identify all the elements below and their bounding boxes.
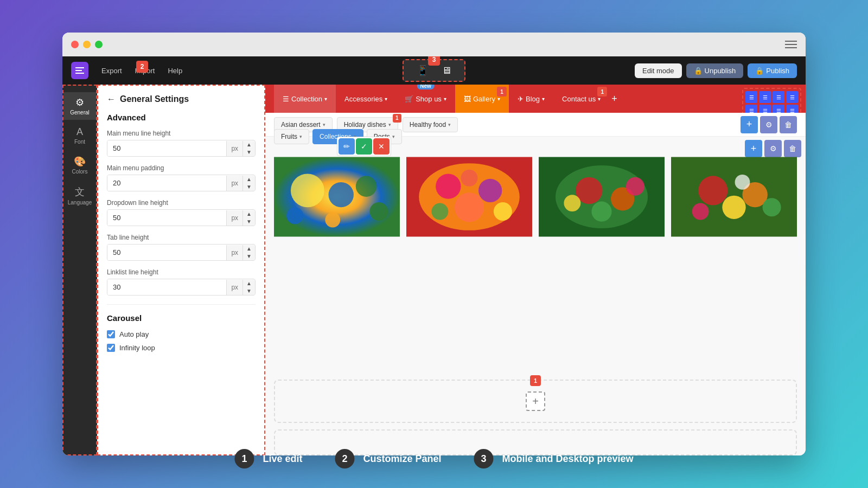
stepper-up-1[interactable]: ▲ [243, 176, 255, 183]
nav-item-blog[interactable]: ✈ Blog ▾ [509, 85, 553, 113]
stepper-down-1[interactable]: ▼ [243, 183, 255, 191]
section-num-badge: 1 [530, 375, 541, 386]
image-cell-3[interactable] [671, 145, 797, 248]
new-badge: New [417, 85, 435, 89]
food-image-2 [539, 145, 665, 248]
top-navbar: Export Import Help 2 3 📱 🖥 Edit mode 🔒 U… [62, 56, 806, 85]
filter-healthy-food[interactable]: Healthy food ▾ [403, 117, 458, 132]
help-button[interactable]: Help [168, 67, 182, 75]
dot-red[interactable] [71, 41, 79, 48]
publish-button[interactable]: 🔒 Publish [748, 63, 797, 78]
add-section: 1 + [274, 380, 797, 423]
svg-point-4 [286, 207, 303, 224]
svg-point-13 [494, 202, 512, 221]
nav-item-collection[interactable]: ☰ Collection ▾ [274, 85, 336, 113]
sidebar-icons: ⚙ General A Font 🎨 Colors 文 Language [62, 85, 97, 455]
nav-logo-lines [75, 67, 84, 74]
approve-btn[interactable]: ✓ [356, 138, 372, 155]
nav-item-shopus[interactable]: New 🛒 Shop us ▾ [396, 85, 455, 113]
svg-point-21 [626, 177, 644, 196]
field-input-row-3: px ▲ ▼ [107, 244, 256, 261]
dot-yellow[interactable] [83, 41, 91, 48]
stepper-up-3[interactable]: ▲ [243, 245, 255, 253]
export-button[interactable]: Export [101, 67, 122, 75]
stepper-down-3[interactable]: ▼ [243, 253, 255, 260]
field-linklist-line-height: Linklist line height px ▲ ▼ [107, 268, 256, 296]
align-left-btn[interactable]: ☰ [745, 91, 757, 103]
field-label-main-menu-line-height: Main menu line height [107, 130, 256, 137]
legend-item-1: 1 Live edit [234, 449, 302, 468]
align-right-btn[interactable]: ☰ [773, 91, 784, 103]
field-stepper-0: ▲ ▼ [242, 141, 255, 156]
svg-point-10 [478, 179, 502, 202]
manage-filter-button[interactable]: ⚙ [760, 116, 777, 133]
site-nav: ☰ Collection ▾ Accessories ▾ New 🛒 Shop … [265, 85, 806, 113]
autoplay-checkbox[interactable] [107, 330, 115, 338]
field-input-tab-line-height[interactable] [107, 245, 226, 260]
filter-fruits[interactable]: Fruits ▾ [274, 129, 309, 144]
nav-item-contact[interactable]: Contact us ▾ 1 [553, 85, 609, 113]
add-manage-group: + ⚙ 🗑 [741, 116, 797, 133]
infinity-loop-label: Infinity loop [119, 344, 155, 352]
field-input-main-menu-line-height[interactable] [107, 140, 226, 156]
sidebar-item-language[interactable]: 文 Language [63, 181, 96, 210]
settings-panel: ← General Settings Advanced Main menu li… [97, 85, 265, 455]
align-center-btn[interactable]: ☰ [759, 91, 771, 103]
image-grid [265, 137, 806, 380]
advanced-section-title: Advanced [107, 113, 256, 122]
delete-mini-btn[interactable]: ✕ [373, 138, 390, 155]
desktop-preview-button[interactable]: 🖥 [437, 63, 456, 78]
gallery-badge: 1 [497, 87, 507, 97]
svg-point-12 [431, 203, 448, 220]
autoplay-checkbox-row: Auto play [107, 330, 256, 338]
sidebar-item-colors[interactable]: 🎨 Colors [63, 151, 96, 179]
svg-point-3 [356, 176, 377, 197]
image-cell-2[interactable] [539, 145, 665, 248]
field-input-linklist-line-height[interactable] [107, 279, 226, 295]
svg-point-19 [591, 202, 611, 222]
autoplay-label: Auto play [119, 330, 149, 338]
stepper-up-4[interactable]: ▲ [243, 280, 255, 287]
svg-point-2 [329, 182, 354, 207]
dot-green[interactable] [95, 41, 103, 48]
stepper-down-2[interactable]: ▼ [243, 218, 255, 226]
align-justify-btn[interactable]: ☰ [786, 91, 798, 103]
stepper-down-4[interactable]: ▼ [243, 287, 255, 295]
carousel-section: Carousel Auto play Infinity loop [107, 313, 256, 352]
hamburger-icon[interactable] [785, 41, 797, 48]
colors-icon: 🎨 [74, 156, 86, 168]
nav-item-gallery[interactable]: 🖼 Gallery ▾ 1 [455, 85, 509, 113]
nav-plus-button[interactable]: + [611, 93, 617, 105]
legend-num-2: 2 [335, 449, 354, 468]
back-button[interactable]: ← [107, 94, 116, 104]
food-image-1 [406, 145, 532, 248]
legend-text-1: Live edit [263, 453, 302, 465]
unpublish-button[interactable]: 🔒 Unpublish [686, 63, 744, 78]
stepper-down-0[interactable]: ▼ [243, 149, 255, 156]
contact-badge: 1 [597, 87, 607, 97]
edit-btn[interactable]: ✏ [339, 138, 355, 155]
add-section-button[interactable]: + [526, 391, 545, 411]
browser-window: Export Import Help 2 3 📱 🖥 Edit mode 🔒 U… [62, 33, 806, 455]
delete-filter-button[interactable]: 🗑 [780, 116, 797, 133]
field-stepper-2: ▲ ▼ [242, 210, 255, 226]
edit-mode-button[interactable]: Edit mode [635, 63, 682, 78]
image-cell-1[interactable] [406, 145, 532, 248]
sidebar-item-font[interactable]: A Font [63, 122, 96, 149]
stepper-up-0[interactable]: ▲ [243, 141, 255, 149]
image-cell-0[interactable] [274, 145, 400, 248]
add-filter-button[interactable]: + [741, 116, 758, 133]
field-main-menu-padding: Main menu padding px ▲ ▼ [107, 164, 256, 191]
svg-point-28 [735, 175, 750, 190]
field-input-dropdown-line-height[interactable] [107, 210, 226, 226]
stepper-up-2[interactable]: ▲ [243, 210, 255, 218]
field-input-main-menu-padding[interactable] [107, 175, 226, 191]
sub-nav: Asian dessert ▾ Holiday dishes ▾ 1 ✏ ✓ ✕ [265, 113, 806, 137]
font-icon: A [76, 126, 83, 138]
infinity-loop-checkbox[interactable] [107, 344, 115, 352]
sidebar-item-general[interactable]: ⚙ General [63, 92, 96, 120]
field-label-dropdown-line-height: Dropdown line height [107, 199, 256, 207]
field-input-row-4: px ▲ ▼ [107, 279, 256, 296]
svg-point-9 [436, 174, 461, 198]
nav-item-accessories[interactable]: Accessories ▾ [336, 85, 396, 113]
